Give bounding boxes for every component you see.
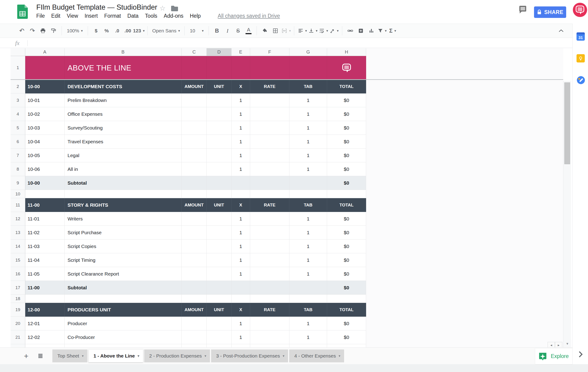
cell-F18[interactable] (250, 295, 289, 303)
row-header-17[interactable]: 17 (10, 281, 25, 295)
cell-F3[interactable] (250, 93, 289, 107)
cell-E22[interactable] (231, 344, 250, 347)
cell-A22[interactable] (25, 344, 64, 347)
cell-H13[interactable]: $0 (327, 226, 366, 239)
cell-B2[interactable]: DEVELOPMENT COSTS (64, 80, 182, 93)
cell-F5[interactable] (250, 121, 289, 135)
calendar-icon[interactable]: 31 (577, 32, 585, 41)
scroll-left-button[interactable]: ◂ (547, 342, 555, 348)
sheets-file-icon[interactable] (17, 5, 28, 19)
cell-F8[interactable] (250, 162, 289, 176)
cell-B3[interactable]: Prelim Breakdown (64, 93, 182, 107)
cell-E6[interactable]: 1 (231, 135, 250, 149)
cell-C22[interactable] (182, 344, 207, 347)
cell-B16[interactable]: Script Clearance Report (64, 267, 182, 281)
col-header-H[interactable]: H (327, 48, 366, 56)
cell-H11[interactable]: TOTAL (327, 198, 366, 212)
cell-E3[interactable]: 1 (231, 93, 250, 107)
cell-A1[interactable] (25, 56, 64, 80)
cell-C9[interactable] (182, 176, 207, 190)
zoom-select[interactable]: 100%▾ (64, 25, 85, 36)
cell-D8[interactable] (207, 162, 231, 176)
cell-G8[interactable]: 1 (289, 162, 327, 176)
tab-menu-caret[interactable]: ▾ (338, 354, 340, 358)
cell-C8[interactable] (182, 162, 207, 176)
cell-G10[interactable] (289, 190, 327, 198)
cell-A9[interactable]: 10-00 (25, 176, 64, 190)
cell-H3[interactable]: $0 (327, 93, 366, 107)
cell-A19[interactable]: 12-00 (25, 303, 64, 317)
cell-A14[interactable]: 11-03 (25, 239, 64, 253)
formula-input[interactable] (32, 41, 568, 46)
cell-C2[interactable]: AMOUNT (182, 80, 207, 93)
cell-D17[interactable] (207, 281, 231, 295)
cell-C16[interactable] (182, 267, 207, 281)
cell-E14[interactable]: 1 (231, 239, 250, 253)
cell-E11[interactable]: X (231, 198, 250, 212)
cell-B4[interactable]: Office Expenses (64, 107, 182, 121)
cell-D15[interactable] (207, 253, 231, 267)
cell-H16[interactable]: $0 (327, 267, 366, 281)
insert-link-button[interactable] (345, 25, 356, 36)
cell-G17[interactable] (289, 281, 327, 295)
cell-F21[interactable] (250, 331, 289, 344)
cell-B10[interactable] (64, 190, 182, 198)
cell-D1[interactable] (207, 56, 231, 80)
explore-button[interactable]: Explore (535, 348, 572, 364)
cell-H12[interactable]: $0 (327, 212, 366, 226)
cell-A4[interactable]: 10-02 (25, 107, 64, 121)
cell-C18[interactable] (182, 295, 207, 303)
cell-G21[interactable]: 1 (289, 331, 327, 344)
tasks-icon[interactable] (577, 76, 585, 84)
cell-E21[interactable]: 1 (231, 331, 250, 344)
cell-D11[interactable]: UNIT (207, 198, 231, 212)
cell-F15[interactable] (250, 253, 289, 267)
cell-B7[interactable]: Legal (64, 149, 182, 162)
cell-D22[interactable] (207, 344, 231, 347)
insert-chart-button[interactable] (366, 25, 377, 36)
cell-D14[interactable] (207, 239, 231, 253)
merge-cells-button[interactable]: ▾ (281, 25, 291, 36)
scroll-right-button[interactable]: ▸ (555, 342, 562, 348)
row-header-14[interactable]: 14 (10, 239, 25, 253)
cell-C7[interactable] (182, 149, 207, 162)
cell-B8[interactable]: All in (64, 162, 182, 176)
cell-H4[interactable]: $0 (327, 107, 366, 121)
row-header-6[interactable]: 6 (10, 135, 25, 149)
cell-C13[interactable] (182, 226, 207, 239)
cell-A13[interactable]: 11-02 (25, 226, 64, 239)
col-header-C[interactable]: C (182, 48, 207, 56)
keep-icon[interactable] (577, 54, 585, 62)
cell-A21[interactable]: 12-02 (25, 331, 64, 344)
cell-G12[interactable]: 1 (289, 212, 327, 226)
cell-F12[interactable] (250, 212, 289, 226)
cell-F22[interactable] (250, 344, 289, 347)
col-header-G[interactable]: G (289, 48, 327, 56)
cell-B14[interactable]: Script Copies (64, 239, 182, 253)
cell-E8[interactable]: 1 (231, 162, 250, 176)
italic-button[interactable]: I (222, 25, 233, 36)
cell-B19[interactable]: PRODUCERS UNIT (64, 303, 182, 317)
cell-D7[interactable] (207, 149, 231, 162)
row-header-7[interactable]: 7 (10, 149, 25, 162)
row-header-8[interactable]: 8 (10, 162, 25, 176)
all-sheets-button[interactable] (38, 353, 43, 358)
cell-D6[interactable] (207, 135, 231, 149)
text-wrap-button[interactable]: ▾ (318, 25, 329, 36)
select-all-corner[interactable] (10, 48, 25, 56)
cell-B20[interactable]: Producer (64, 317, 182, 331)
cell-G15[interactable]: 1 (289, 253, 327, 267)
cell-B22[interactable] (64, 344, 182, 347)
cell-H22[interactable] (327, 344, 366, 347)
add-sheet-button[interactable]: + (24, 352, 29, 360)
cell-E7[interactable]: 1 (231, 149, 250, 162)
cell-H1[interactable] (327, 56, 366, 80)
row-header-9[interactable]: 9 (10, 176, 25, 190)
row-header-21[interactable]: 21 (10, 331, 25, 344)
cell-A11[interactable]: 11-00 (25, 198, 64, 212)
cell-C3[interactable] (182, 93, 207, 107)
cell-H10[interactable] (327, 190, 366, 198)
row-header-19[interactable]: 19 (10, 303, 25, 317)
cell-G19[interactable]: TAB (289, 303, 327, 317)
cell-D3[interactable] (207, 93, 231, 107)
